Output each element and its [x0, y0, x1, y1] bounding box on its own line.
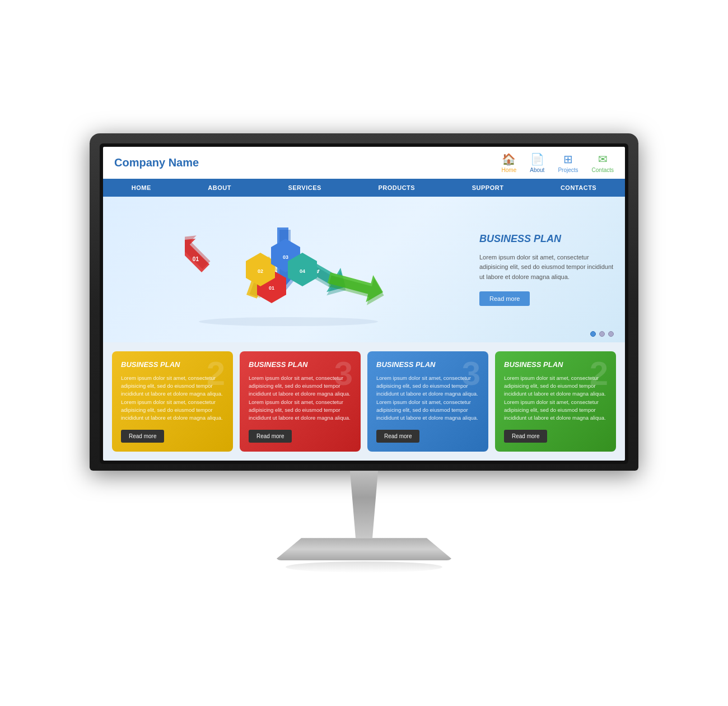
card-2-read-more-button[interactable]: Read more	[249, 430, 292, 443]
svg-point-21	[199, 317, 378, 326]
header-icon-home[interactable]: 🏠 Home	[502, 152, 517, 173]
monitor-screen: Company Name 🏠 Home 📄 About	[103, 147, 625, 461]
card-1-number: 2	[207, 357, 225, 391]
monitor-neck	[336, 471, 392, 538]
header-icon-contacts[interactable]: ✉ Contacts	[592, 152, 614, 173]
nav-services[interactable]: SERVICES	[277, 179, 332, 197]
hero-section: 01	[103, 197, 625, 342]
about-label: About	[530, 167, 544, 173]
slide-dot-2[interactable]	[599, 331, 605, 337]
monitor-base	[274, 538, 454, 560]
contacts-label: Contacts	[592, 167, 614, 173]
card-1: 2 BUSINESS PLAN Lorem ipsum dolor sit am…	[112, 351, 233, 452]
card-4: 2 BUSINESS PLAN Lorem ipsum dolor sit am…	[495, 351, 616, 452]
card-3-read-more-button[interactable]: Read more	[376, 430, 419, 443]
header-top: Company Name 🏠 Home 📄 About	[103, 147, 625, 179]
company-name: Company Name	[114, 156, 199, 169]
slide-dot-1[interactable]	[590, 331, 596, 337]
svg-text:03: 03	[283, 254, 288, 260]
home-icon: 🏠	[502, 152, 516, 166]
projects-icon: ⊞	[563, 152, 573, 166]
slide-dot-3[interactable]	[608, 331, 614, 337]
nav-about[interactable]: ABOUT	[197, 179, 242, 197]
svg-text:01: 01	[269, 285, 274, 291]
hero-read-more-button[interactable]: Read more	[479, 291, 530, 306]
infographic-svg: 01	[185, 211, 398, 328]
card-3-number: 3	[462, 357, 480, 391]
hero-title: BUSINESS PLAN	[479, 233, 614, 245]
nav-bar: HOME ABOUT SERVICES PRODUCTS SUPPORT CON…	[103, 179, 625, 197]
scene: Company Name 🏠 Home 📄 About	[0, 0, 728, 706]
header-icons: 🏠 Home 📄 About ⊞ Projects	[502, 152, 614, 173]
contacts-icon: ✉	[598, 152, 608, 166]
cards-section: 2 BUSINESS PLAN Lorem ipsum dolor sit am…	[103, 342, 625, 461]
card-1-read-more-button[interactable]: Read more	[121, 430, 164, 443]
card-4-number: 2	[590, 357, 608, 391]
svg-text:02: 02	[258, 268, 263, 274]
card-4-read-more-button[interactable]: Read more	[504, 430, 547, 443]
hero-body: Lorem ipsum dolor sit amet, consectetur …	[479, 253, 614, 282]
svg-text:04: 04	[300, 268, 305, 274]
website: Company Name 🏠 Home 📄 About	[103, 147, 625, 461]
home-label: Home	[502, 167, 517, 173]
monitor-frame: Company Name 🏠 Home 📄 About	[90, 133, 638, 471]
nav-home[interactable]: HOME	[120, 179, 162, 197]
card-2: 3 BUSINESS PLAN Lorem ipsum dolor sit am…	[240, 351, 361, 452]
header-icon-about[interactable]: 📄 About	[530, 152, 544, 173]
svg-text:01: 01	[193, 256, 199, 262]
nav-products[interactable]: PRODUCTS	[367, 179, 426, 197]
projects-label: Projects	[558, 167, 578, 173]
slide-dots	[590, 331, 614, 337]
nav-contacts[interactable]: CONTACTS	[549, 179, 608, 197]
hero-text: BUSINESS PLAN Lorem ipsum dolor sit amet…	[468, 233, 614, 306]
screen-bezel: Company Name 🏠 Home 📄 About	[100, 143, 628, 465]
card-3: 3 BUSINESS PLAN Lorem ipsum dolor sit am…	[367, 351, 488, 452]
nav-support[interactable]: SUPPORT	[461, 179, 515, 197]
header-icon-projects[interactable]: ⊞ Projects	[558, 152, 578, 173]
monitor-base-reflection	[286, 561, 442, 573]
monitor: Company Name 🏠 Home 📄 About	[90, 133, 638, 573]
svg-marker-12	[326, 267, 388, 309]
hero-graphic: 01	[114, 208, 468, 331]
card-2-number: 3	[334, 357, 353, 391]
about-icon: 📄	[530, 152, 544, 166]
